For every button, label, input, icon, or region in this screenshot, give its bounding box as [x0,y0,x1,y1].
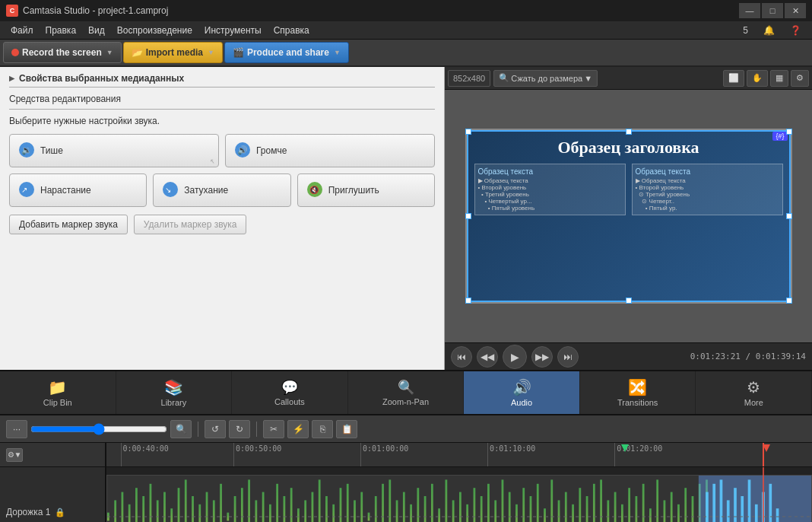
svg-rect-24 [206,492,208,522]
svg-rect-40 [319,479,321,522]
handle-bottom-right[interactable] [786,298,792,304]
svg-rect-85 [636,496,638,522]
rewind-button[interactable]: ◀◀ [477,346,498,368]
svg-rect-22 [192,496,194,522]
produce-label: Produce and share [247,47,329,58]
playhead-line [763,467,764,522]
minimize-button[interactable]: — [739,3,760,18]
fade-out-button[interactable]: ↘ Затухание [153,173,290,207]
tab-library[interactable]: 📚 Library [116,371,233,414]
lock-icon: 🔒 [55,508,65,517]
skip-to-end-button[interactable]: ⏭ [557,346,579,368]
handle-bottom-left[interactable] [465,298,471,304]
instruction-text: Выберите нужные настройки звука. [9,116,435,126]
undo-button[interactable]: ↺ [205,420,226,438]
time-mark-40: 0:00:40:00 [121,443,170,466]
paste-button[interactable]: 📋 [336,420,357,438]
timeline-zoom-slider[interactable] [30,424,167,434]
zoom-n-pan-icon: 🔍 [398,379,414,396]
timeline-expand-button[interactable]: ··· [6,420,27,438]
edit-tools-label: Средства редактирования [9,94,435,104]
timeline-zoom-in-button[interactable]: 🔍 [170,420,192,438]
maximize-button[interactable]: □ [762,3,783,18]
louder-button[interactable]: 🔊 Громче [225,134,435,167]
cursor-indicator: ↖ [209,158,215,165]
time-display: 0:01:23:21 / 0:01:39:14 [690,352,806,361]
tab-transitions[interactable]: 🔀 Transitions [580,371,696,414]
svg-rect-16 [150,484,152,522]
handle-top-left[interactable] [465,129,471,135]
copy-button[interactable]: ⎘ [312,420,333,438]
menu-edit[interactable]: Правка [40,24,83,37]
svg-rect-67 [509,492,511,522]
handle-top-center[interactable] [626,129,632,135]
aspect-ratio-button[interactable]: ▦ [770,70,788,87]
main-layout: Свойства выбранных медиаданных Средства … [0,67,812,370]
svg-rect-80 [600,479,602,522]
svg-rect-23 [198,504,201,522]
mute-button[interactable]: 🔇 Приглушить [297,173,435,207]
handle-middle-right[interactable] [786,213,792,219]
svg-rect-75 [565,492,567,522]
zoom-dropdown[interactable]: 🔍 Сжать до размера ▼ [493,70,598,87]
menu-tools[interactable]: Инструменты [198,24,268,37]
svg-rect-103 [755,504,758,522]
resolution-display: 852x480 [453,74,485,83]
tab-audio[interactable]: 🔊 Audio [464,371,580,414]
fade-in-button[interactable]: ↗ Нарастание [9,173,147,207]
question-icon[interactable]: ❓ [784,24,807,37]
tab-zoom-n-pan[interactable]: 🔍 Zoom-n-Pan [348,371,465,414]
hand-tool-button[interactable]: ✋ [747,70,768,87]
skip-to-start-button[interactable]: ⏮ [451,346,472,368]
svg-rect-71 [537,484,539,522]
timeline-area: ··· 🔍 ↺ ↻ ✂ ⚡ ⎘ 📋 ⚙▼ Дорожка 1 🔒 [0,415,812,522]
menu-playback[interactable]: Воспроизведение [111,24,198,37]
close-button[interactable]: ✕ [785,3,806,18]
tab-more[interactable]: ⚙ More [696,371,812,414]
menu-help[interactable]: Справка [268,24,316,37]
svg-rect-59 [452,500,455,522]
menu-file[interactable]: Файл [5,24,40,37]
svg-rect-20 [178,488,180,522]
titlebar: C Camtasia Studio - project-1.camproj — … [0,0,812,21]
handle-bottom-center[interactable] [626,298,632,304]
import-media-button[interactable]: 📂 Import media ▼ [123,42,223,63]
svg-rect-45 [354,500,356,522]
svg-rect-70 [530,496,532,522]
quieter-icon: 🔉 [17,141,36,161]
playhead-indicator[interactable] [763,443,764,466]
produce-button[interactable]: 🎬 Produce and share ▼ [224,42,349,63]
add-marker-button[interactable]: Добавить маркер звука [9,215,128,234]
split-button[interactable]: ⚡ [287,420,309,438]
fullscreen-button[interactable]: ⬜ [723,70,744,87]
tab-callouts[interactable]: 💬 Callouts [232,371,348,414]
quieter-button[interactable]: 🔉 Тише ↖ [9,134,219,167]
tab-clip-bin[interactable]: 📁 Clip Bin [0,371,116,414]
svg-rect-17 [157,500,159,522]
handle-middle-left[interactable] [465,213,471,219]
remove-marker-button[interactable]: Удалить маркер звука [134,215,247,234]
svg-rect-72 [544,508,546,522]
timeline-content: 0:00:40:00 0:00:50:00 0:01:00:00 0:01:10… [106,443,812,522]
import-label: Import media [146,47,203,58]
svg-rect-41 [325,496,328,522]
produce-icon: 🎬 [233,47,244,58]
svg-rect-12 [122,492,124,522]
timeline-tracks: ⚙▼ Дорожка 1 🔒 0:00:40:00 0:00:50:00 0:0… [0,443,812,522]
zoom-arrow-icon: ▼ [584,74,592,83]
play-button[interactable]: ▶ [503,345,527,369]
record-button[interactable]: Record the screen ▼ [3,42,122,63]
green-cue-marker [621,444,629,452]
cut-button[interactable]: ✂ [263,420,284,438]
svg-rect-60 [459,492,462,522]
marker-buttons: Добавить маркер звука Удалить маркер зву… [9,215,435,234]
fast-forward-button[interactable]: ▶▶ [531,346,553,368]
track-settings-button[interactable]: ⚙▼ [6,448,23,462]
separator-1 [198,422,198,437]
redo-button[interactable]: ↻ [229,420,250,438]
audio-buttons-row2: ↗ Нарастание ↘ Затухание 🔇 Приглушить [9,173,435,207]
svg-rect-26 [220,484,222,522]
settings-preview-button[interactable]: ⚙ [791,70,809,87]
svg-rect-101 [741,496,744,522]
menu-view[interactable]: Вид [82,24,111,37]
